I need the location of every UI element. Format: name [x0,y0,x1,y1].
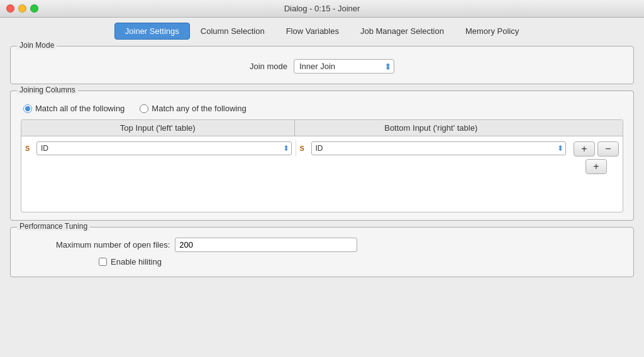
max-files-input[interactable] [175,238,357,252]
joining-columns-section: Joining Columns Match all of the followi… [10,91,634,221]
join-mode-section: Join Mode Join mode Inner Join Left Oute… [10,46,634,84]
tab-bar: Joiner Settings Column Selection Flow Va… [0,18,644,40]
columns-table-body: S ID ⬍ S ID ⬍ [21,136,623,212]
main-content: Join Mode Join mode Inner Join Left Oute… [0,40,644,290]
tab-column-selection[interactable]: Column Selection [190,23,275,40]
tab-flow-variables[interactable]: Flow Variables [275,23,350,40]
join-match-options: Match all of the following Match any of … [18,100,626,119]
close-button[interactable] [6,4,14,13]
join-mode-row: Join mode Inner Join Left Outer Join Rig… [18,54,626,76]
title-bar: Dialog - 0:15 - Joiner [0,0,644,18]
match-any-option[interactable]: Match any of the following [140,104,246,113]
match-any-radio[interactable] [140,104,148,113]
left-column-cell: S ID ⬍ [21,140,296,157]
enable-hiliting-row: Enable hiliting [18,255,626,269]
match-all-option[interactable]: Match all of the following [23,104,125,113]
tab-job-manager-selection[interactable]: Job Manager Selection [350,23,455,40]
left-type-icon: S [25,145,34,152]
remove-row-button[interactable]: − [597,141,619,157]
left-column-select-wrapper: ID ⬍ [36,141,292,155]
left-table-header: Top Input ('left' table) [21,120,295,136]
right-type-icon: S [300,145,309,152]
join-mode-legend: Join Mode [17,41,57,50]
enable-hiliting-checkbox[interactable] [99,258,107,266]
right-column-select[interactable]: ID [311,141,567,155]
performance-tuning-section: Performance Tuning Maximum number of ope… [10,227,634,277]
minimize-button[interactable] [18,4,26,13]
join-mode-select[interactable]: Inner Join Left Outer Join Right Outer J… [294,59,394,74]
right-column-cell: S ID ⬍ [296,140,570,157]
join-mode-select-wrapper: Inner Join Left Outer Join Right Outer J… [294,59,394,74]
right-column-select-wrapper: ID ⬍ [311,141,567,155]
columns-table: Top Input ('left' table) Bottom Input ('… [21,119,623,212]
left-column-select[interactable]: ID [36,141,292,155]
right-table-header: Bottom Input ('right' table) [295,120,568,136]
enable-hiliting-label: Enable hiliting [111,257,162,266]
add-another-row-button[interactable]: + [586,159,607,174]
tab-memory-policy[interactable]: Memory Policy [455,23,530,40]
match-all-label: Match all of the following [35,104,125,113]
window-controls[interactable] [6,4,38,13]
maximize-button[interactable] [30,4,38,13]
match-all-radio[interactable] [23,104,32,113]
joining-columns-legend: Joining Columns [17,85,78,94]
max-files-label: Maximum number of open files: [56,240,170,250]
add-row-button[interactable]: + [574,141,595,157]
max-files-row: Maximum number of open files: [18,235,626,255]
match-any-label: Match any of the following [152,104,246,113]
columns-table-header: Top Input ('left' table) Bottom Input ('… [21,120,623,136]
tab-joiner-settings[interactable]: Joiner Settings [114,23,190,40]
performance-tuning-legend: Performance Tuning [17,222,90,231]
column-row-actions: + − + [570,140,623,175]
window-title: Dialog - 0:15 - Joiner [284,4,360,13]
join-mode-label: Join mode [250,62,287,71]
